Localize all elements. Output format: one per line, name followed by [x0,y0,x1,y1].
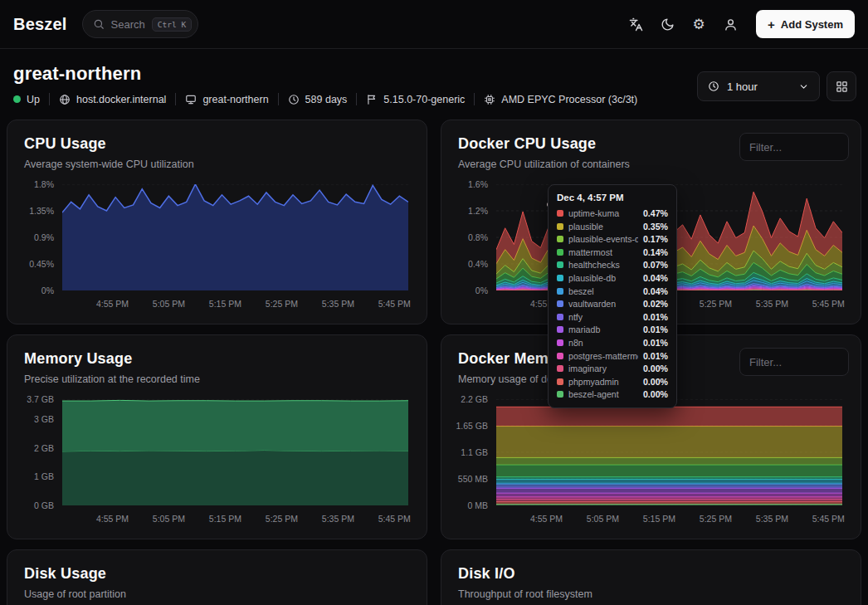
tooltip-row: beszel0.04% [557,286,668,296]
series-color-swatch [557,249,563,256]
series-value: 0.01% [643,324,668,334]
divider [49,93,50,105]
chevron-down-icon [798,81,809,92]
charts-grid: CPU Usage Average system-wide CPU utiliz… [0,118,868,605]
card-title: Disk Usage [24,565,410,583]
time-range-value: 1 hour [727,81,791,93]
cpu-chart: 1.8%1.35%0.9%0.45%0% 4:55 PM5:05 PM5:15 … [24,183,410,309]
y-axis-labels: 2.2 GB1.65 GB1.1 GB550 MB0 MB [458,399,491,505]
series-name: healthchecks [568,260,638,270]
series-color-swatch [557,326,563,333]
memory-chart-plot[interactable] [62,399,408,505]
series-name: ntfy [568,312,638,322]
beszel-logo[interactable]: Beszel [13,15,67,34]
top-navbar: Beszel Search Ctrl K ⚙ + Add Sys [0,0,868,49]
tooltip-row: mariadb0.01% [557,324,668,334]
series-name: uptime-kuma [568,208,638,218]
series-color-swatch [557,314,563,320]
search-input[interactable]: Search Ctrl K [82,10,199,38]
series-color-swatch [557,391,563,398]
series-color-swatch [557,275,563,281]
status-dot-icon [13,95,21,103]
kernel-label: 5.15.0-70-generic [383,94,465,105]
series-value: 0.01% [643,351,668,361]
docker-memory-chart-plot[interactable] [496,399,842,505]
series-value: 0.01% [643,338,668,348]
tooltip-row: beszel-agent0.00% [557,389,668,399]
series-name: mariadb [568,324,638,334]
languages-icon [629,17,643,32]
user-menu-button[interactable] [716,10,744,38]
docker-cpu-filter-input[interactable] [739,133,849,161]
tooltip-row: phpmyadmin0.00% [557,377,668,387]
tooltip-row: plausible-db0.04% [557,273,668,283]
series-color-swatch [557,339,563,346]
series-value: 0.04% [643,273,668,283]
divider [474,93,475,105]
tooltip-timestamp: Dec 4, 4:57 PM [557,193,668,202]
monitor-icon [185,94,197,105]
card-subtitle: Throughput of root filesystem [458,588,844,600]
series-color-swatch [557,261,563,268]
add-system-label: Add System [781,18,843,31]
series-name: plausible [568,222,638,232]
grid-icon [836,81,848,93]
y-axis-labels: 1.8%1.35%0.9%0.45%0% [24,184,57,290]
time-range-select[interactable]: 1 hour [697,71,820,101]
cpu-chart-plot[interactable] [62,184,408,290]
gear-icon: ⚙ [692,16,705,33]
uptime-label: 589 days [305,94,348,105]
tooltip-row: n8n0.01% [557,338,668,348]
card-title: CPU Usage [24,135,410,153]
series-value: 0.00% [643,377,668,387]
header-controls: 1 hour [697,71,856,101]
series-color-swatch [557,300,563,307]
plus-icon: + [768,17,775,32]
series-value: 0.35% [643,222,668,232]
card-subtitle: Usage of root partition [24,588,410,600]
card-title: Disk I/O [458,565,844,583]
cpu-chip-icon [484,94,495,105]
search-placeholder: Search [111,18,145,31]
status-label: Up [27,94,40,105]
series-name: phpmyadmin [568,377,638,387]
tooltip-row: ntfy0.01% [557,312,668,322]
tooltip-row: plausible-events-db0.17% [557,234,668,244]
series-color-swatch [557,210,563,217]
tooltip-row: uptime-kuma0.47% [557,208,668,218]
card-title: Memory Usage [24,350,410,368]
series-name: beszel [568,286,638,296]
series-name: postgres-mattermost [568,351,638,361]
tooltip-row: mattermost0.14% [557,247,668,257]
settings-button[interactable]: ⚙ [685,10,713,38]
tooltip-row: vaultwarden0.02% [557,299,668,309]
memory-usage-card: Memory Usage Precise utilization at the … [7,334,427,539]
uptime-item: 589 days [288,94,348,105]
navbar-actions: ⚙ + Add System [622,10,855,38]
history-clock-icon [708,81,719,92]
status-badge: Up [13,94,40,105]
system-name-item: great-northern [185,94,268,105]
hostname-item: host.docker.internal [59,94,166,105]
divider [356,93,357,105]
theme-toggle-button[interactable] [653,10,681,38]
kernel-icon [366,94,378,105]
add-system-button[interactable]: + Add System [756,10,855,38]
tooltip-rows: uptime-kuma0.47%plausible0.35%plausible-… [557,208,668,399]
series-value: 0.47% [643,208,668,218]
series-name: plausible-events-db [568,234,638,244]
series-name: vaultwarden [568,299,638,309]
moon-icon [661,17,675,32]
cpu-model-label: AMD EPYC Processor (3c/3t) [501,94,637,105]
language-button[interactable] [622,10,650,38]
kernel-item: 5.15.0-70-generic [366,94,465,105]
search-icon [93,18,105,30]
layout-grid-button[interactable] [827,71,856,101]
series-name: beszel-agent [568,389,638,399]
series-color-swatch [557,236,563,242]
system-header: great-northern Up host.docker.internal g… [0,49,868,118]
search-shortcut-kbd: Ctrl K [152,17,192,32]
docker-memory-filter-input[interactable] [739,348,849,376]
series-color-swatch [557,378,563,385]
y-axis-labels: 3.7 GB3 GB2 GB1 GB0 GB [24,399,57,505]
